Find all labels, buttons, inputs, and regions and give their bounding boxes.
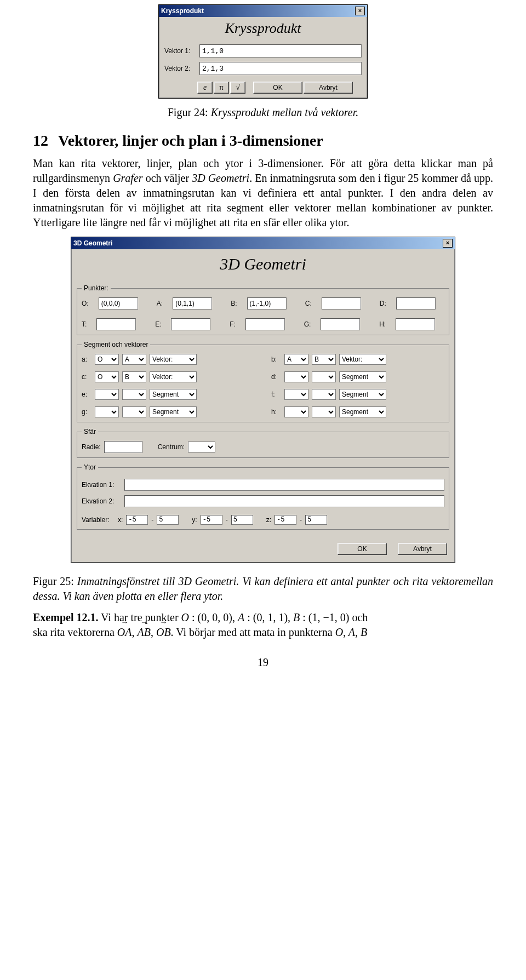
point-label: O: (82, 300, 89, 307)
point-label: A: (157, 300, 163, 307)
variabler-label: Variabler: (82, 516, 115, 524)
segment-label: f: (271, 391, 281, 398)
dash: - (226, 516, 228, 524)
segment-point1-select[interactable] (284, 406, 308, 417)
ekvation1-input[interactable] (124, 479, 444, 491)
point-input[interactable] (99, 297, 138, 310)
point-label: G: (304, 320, 311, 328)
point-input[interactable] (173, 297, 212, 310)
section-paragraph: Man kan rita vektorer, linjer, plan och … (33, 156, 493, 230)
segment-type-select[interactable]: Vektor: (150, 371, 197, 382)
ok-button[interactable]: OK (338, 543, 387, 555)
point-input[interactable] (245, 318, 285, 330)
point-input[interactable] (396, 318, 435, 330)
segment-point1-select[interactable] (284, 389, 308, 400)
segment-type-select[interactable]: Segment (339, 406, 386, 417)
segment-type-select[interactable]: Segment (339, 389, 386, 400)
x-label: x: (118, 516, 123, 524)
page-number: 19 (33, 656, 493, 669)
section-heading: 12Vektorer, linjer och plan i 3-dimensio… (33, 132, 493, 150)
segment-type-select[interactable]: Vektor: (339, 354, 386, 365)
x-lo-input[interactable] (126, 515, 148, 525)
vektor1-label: Vektor 1: (164, 47, 195, 55)
pi-button[interactable]: π (214, 82, 229, 94)
example-12-1: Exempel 12.1. Vi har tre punkter O : (0,… (33, 610, 493, 640)
sqrt-button[interactable]: √ (230, 82, 245, 94)
punkter-group: Punkter: O:A:B:C:D: T:E:F:G:H: (77, 284, 449, 335)
point-input[interactable] (247, 297, 287, 310)
segment-label: d: (271, 373, 281, 381)
z-hi-input[interactable] (305, 515, 327, 525)
segment-point1-select[interactable]: O (95, 371, 119, 382)
segment-label: e: (82, 391, 92, 398)
x-hi-input[interactable] (157, 515, 179, 525)
segment-label: g: (82, 408, 92, 416)
segment-row: c:OBVektor: (82, 371, 255, 382)
vektor2-input[interactable] (199, 62, 362, 75)
segment-type-select[interactable]: Segment (150, 389, 197, 400)
segment-point1-select[interactable]: A (284, 354, 308, 365)
point-label: T: (82, 320, 87, 328)
sfar-legend: Sfär (82, 428, 98, 435)
dialog-heading: 3D Geometri (71, 249, 455, 281)
segment-point2-select[interactable] (122, 406, 146, 417)
e-button[interactable]: e (197, 82, 213, 94)
segment-type-select[interactable]: Segment (150, 406, 197, 417)
vektor1-input[interactable] (199, 44, 362, 58)
segment-row: h:Segment (271, 406, 444, 417)
segment-point2-select[interactable] (312, 389, 336, 400)
segment-point2-select[interactable] (122, 389, 146, 400)
figure-25-caption: Figur 25: Inmatningsfönstret till 3D Geo… (33, 574, 493, 604)
dash: - (300, 516, 302, 524)
segment-group: Segment och vektorer a:OAVektor:b:ABVekt… (77, 341, 449, 422)
z-lo-input[interactable] (275, 515, 296, 525)
point-label: E: (155, 320, 161, 328)
point-label: D: (380, 300, 386, 307)
ok-button[interactable]: OK (253, 82, 302, 94)
point-input[interactable] (322, 297, 361, 310)
segment-point1-select[interactable]: O (95, 354, 119, 365)
sfar-group: Sfär Radie: Centrum: (77, 428, 449, 458)
point-input[interactable] (171, 318, 210, 330)
y-lo-input[interactable] (201, 515, 222, 525)
titlebar[interactable]: Kryssprodukt × (159, 5, 367, 17)
y-label: y: (192, 516, 197, 524)
dialog-heading: Kryssprodukt (159, 17, 367, 42)
close-icon[interactable]: × (443, 239, 453, 248)
segment-label: b: (271, 356, 281, 363)
point-label: F: (230, 320, 236, 328)
segment-point2-select[interactable]: B (312, 354, 336, 365)
ytor-group: Ytor Ekvation 1: Ekvation 2: Variabler: … (77, 463, 449, 530)
centrum-select[interactable] (188, 442, 215, 452)
punkter-legend: Punkter: (82, 284, 111, 292)
segment-row: g:Segment (82, 406, 255, 417)
ytor-legend: Ytor (82, 463, 98, 471)
segment-type-select[interactable]: Segment (339, 371, 386, 382)
segment-type-select[interactable]: Vektor: (150, 354, 197, 365)
segment-row: d:Segment (271, 371, 444, 382)
segment-point1-select[interactable] (284, 371, 308, 382)
titlebar[interactable]: 3D Geometri × (71, 237, 455, 249)
segment-point1-select[interactable] (95, 406, 119, 417)
segment-legend: Segment och vektorer (82, 341, 150, 348)
segment-point1-select[interactable] (95, 389, 119, 400)
dialog-title: 3D Geometri (73, 239, 112, 247)
segment-point2-select[interactable]: B (122, 371, 146, 382)
dialog-title: Kryssprodukt (161, 7, 204, 15)
centrum-label: Centrum: (158, 443, 185, 451)
segment-point2-select[interactable] (312, 371, 336, 382)
y-hi-input[interactable] (231, 515, 253, 525)
segment-point2-select[interactable]: A (122, 354, 146, 365)
ekvation2-input[interactable] (124, 495, 444, 507)
cancel-button[interactable]: Avbryt (398, 543, 447, 555)
dash: - (151, 516, 153, 524)
point-input[interactable] (321, 318, 360, 330)
segment-point2-select[interactable] (312, 406, 336, 417)
point-input[interactable] (396, 297, 436, 310)
point-input[interactable] (96, 318, 136, 330)
cancel-button[interactable]: Avbryt (304, 82, 353, 94)
segment-label: a: (82, 356, 92, 363)
point-label: B: (231, 300, 237, 307)
radie-input[interactable] (104, 441, 142, 453)
close-icon[interactable]: × (355, 7, 365, 15)
